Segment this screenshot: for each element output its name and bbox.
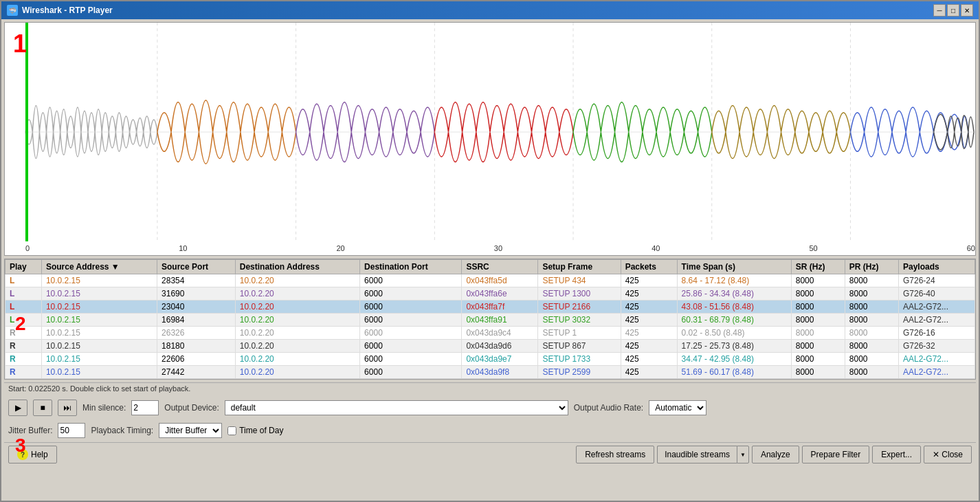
table-row[interactable]: R10.0.2.151818010.0.2.2060000x043da9d6SE… xyxy=(5,340,975,353)
time-of-day-checkbox[interactable] xyxy=(227,426,236,435)
table-header-row: Play Source Address ▼ Source Port Destin… xyxy=(5,260,975,274)
table-cell: SETUP 1733 xyxy=(538,353,621,366)
bottom-bar: ? Help Refresh streams Inaudible streams… xyxy=(4,442,976,466)
col-ssrc[interactable]: SSRC xyxy=(462,260,538,274)
table-cell: AAL2-G72... xyxy=(898,301,975,314)
maximize-button[interactable]: □ xyxy=(947,4,959,17)
table-cell: 425 xyxy=(621,340,677,353)
table-cell: L xyxy=(5,301,42,314)
table-cell: 10.0.2.15 xyxy=(41,301,157,314)
table-cell: 16984 xyxy=(157,314,236,327)
table-cell: 8000 xyxy=(845,314,898,327)
timeline-label-60: 60 xyxy=(967,244,975,252)
table-cell: 0x043ffa7f xyxy=(462,301,538,314)
status-text: Start: 0.022520 s. Double click to set s… xyxy=(8,384,190,393)
col-payloads[interactable]: Payloads xyxy=(898,260,975,274)
refresh-streams-button[interactable]: Refresh streams xyxy=(576,446,654,463)
col-dst-addr[interactable]: Destination Address xyxy=(235,260,359,274)
table-cell: 27442 xyxy=(157,366,236,379)
time-of-day-text: Time of Day xyxy=(239,426,283,435)
table-cell: 10.0.2.20 xyxy=(235,353,359,366)
table-cell: 425 xyxy=(621,287,677,301)
analyze-button[interactable]: Analyze xyxy=(752,446,799,463)
table-cell: G726-32 xyxy=(898,340,975,353)
table-row[interactable]: L10.0.2.153169010.0.2.2060000x043ffa6eSE… xyxy=(5,287,975,301)
min-silence-label: Min silence: xyxy=(82,403,126,413)
table-cell: 8000 xyxy=(845,301,898,314)
inaudible-streams-group: Inaudible streams ▼ xyxy=(657,446,749,463)
table-cell: R xyxy=(5,366,42,379)
table-cell: R xyxy=(5,340,42,353)
table-cell: 6000 xyxy=(360,274,462,287)
table-cell: 425 xyxy=(621,366,677,379)
table-cell: 0x043da9d6 xyxy=(462,340,538,353)
col-dst-port[interactable]: Destination Port xyxy=(360,260,462,274)
time-of-day-label[interactable]: Time of Day xyxy=(227,426,283,435)
table-row[interactable]: R10.0.2.152260610.0.2.2060000x043da9e7SE… xyxy=(5,353,975,366)
timeline-label-50: 50 xyxy=(809,244,817,252)
jitter-buffer-input[interactable] xyxy=(58,423,85,438)
table-cell: 0.02 - 8.50 (8.48) xyxy=(677,327,791,340)
close-button[interactable]: ✕ Close xyxy=(924,446,972,463)
status-bar: Start: 0.022520 s. Double click to set s… xyxy=(4,382,976,394)
table-row[interactable]: L10.0.2.152304010.0.2.2060000x043ffa7fSE… xyxy=(5,301,975,314)
table-cell: 8000 xyxy=(791,287,845,301)
stop-button[interactable]: ■ xyxy=(33,400,52,416)
table-cell: 8000 xyxy=(845,366,898,379)
table-cell: 43.08 - 51.56 (8.48) xyxy=(677,301,791,314)
table-cell: 8000 xyxy=(845,327,898,340)
timeline-label-10: 10 xyxy=(179,244,187,252)
col-src-addr[interactable]: Source Address ▼ xyxy=(41,260,157,274)
table-cell: 10.0.2.15 xyxy=(41,340,157,353)
step-button[interactable]: ⏭ xyxy=(58,400,77,416)
table-row[interactable]: R10.0.2.152632610.0.2.2060000x043da9c4SE… xyxy=(5,327,975,340)
table-cell: 17.25 - 25.73 (8.48) xyxy=(677,340,791,353)
col-pr[interactable]: PR (Hz) xyxy=(845,260,898,274)
table-row[interactable]: L10.0.2.151698410.0.2.2060000x043ffa91SE… xyxy=(5,314,975,327)
table-cell: AAL2-G72... xyxy=(898,314,975,327)
col-sr[interactable]: SR (Hz) xyxy=(791,260,845,274)
table-cell: 23040 xyxy=(157,301,236,314)
expert-button[interactable]: Expert... xyxy=(872,446,921,463)
playback-timing-select[interactable]: Jitter Buffer xyxy=(159,423,222,438)
output-audio-rate-select[interactable]: Automatic xyxy=(649,400,706,415)
output-device-label: Output Device: xyxy=(164,403,219,413)
inaudible-streams-dropdown[interactable]: ▼ xyxy=(737,446,749,463)
col-timespan[interactable]: Time Span (s) xyxy=(677,260,791,274)
table-cell: 22606 xyxy=(157,353,236,366)
min-silence-input[interactable] xyxy=(131,400,159,415)
output-device-select[interactable]: default xyxy=(225,400,568,415)
col-setup[interactable]: Setup Frame xyxy=(538,260,621,274)
table-cell: 8000 xyxy=(791,327,845,340)
table-cell: 10.0.2.20 xyxy=(235,366,359,379)
table-cell: 60.31 - 68.79 (8.48) xyxy=(677,314,791,327)
close-window-button[interactable]: ✕ xyxy=(961,4,973,17)
output-audio-rate-label: Output Audio Rate: xyxy=(574,403,643,413)
minimize-button[interactable]: ─ xyxy=(933,4,946,17)
waveform-display[interactable] xyxy=(5,23,975,241)
table-cell: 8000 xyxy=(791,366,845,379)
table-cell: 8000 xyxy=(845,274,898,287)
table-cell: 8000 xyxy=(845,353,898,366)
table-cell: 34.47 - 42.95 (8.48) xyxy=(677,353,791,366)
help-button[interactable]: ? Help xyxy=(8,446,57,463)
table-cell: 10.0.2.20 xyxy=(235,274,359,287)
col-play[interactable]: Play xyxy=(5,260,42,274)
play-button[interactable]: ▶ xyxy=(8,400,27,416)
inaudible-streams-button[interactable]: Inaudible streams xyxy=(657,446,737,463)
playback-timing-label: Playback Timing: xyxy=(91,426,153,435)
prepare-filter-button[interactable]: Prepare Filter xyxy=(802,446,870,463)
title-bar: 🦈 Wireshark - RTP Player ─ □ ✕ xyxy=(1,1,979,19)
table-cell: R xyxy=(5,327,42,340)
window-title: Wireshark - RTP Player xyxy=(22,6,113,15)
table-cell: 6000 xyxy=(360,340,462,353)
col-packets[interactable]: Packets xyxy=(621,260,677,274)
table-row[interactable]: R10.0.2.152744210.0.2.2060000x043da9f8SE… xyxy=(5,366,975,379)
table-cell: 10.0.2.15 xyxy=(41,274,157,287)
timeline-label-30: 30 xyxy=(494,244,502,252)
timeline-label-0: 0 xyxy=(25,244,30,252)
table-cell: 18180 xyxy=(157,340,236,353)
table-row[interactable]: L10.0.2.152835410.0.2.2060000x043ffa5dSE… xyxy=(5,274,975,287)
col-src-port[interactable]: Source Port xyxy=(157,260,236,274)
table-cell: 0x043ffa5d xyxy=(462,274,538,287)
